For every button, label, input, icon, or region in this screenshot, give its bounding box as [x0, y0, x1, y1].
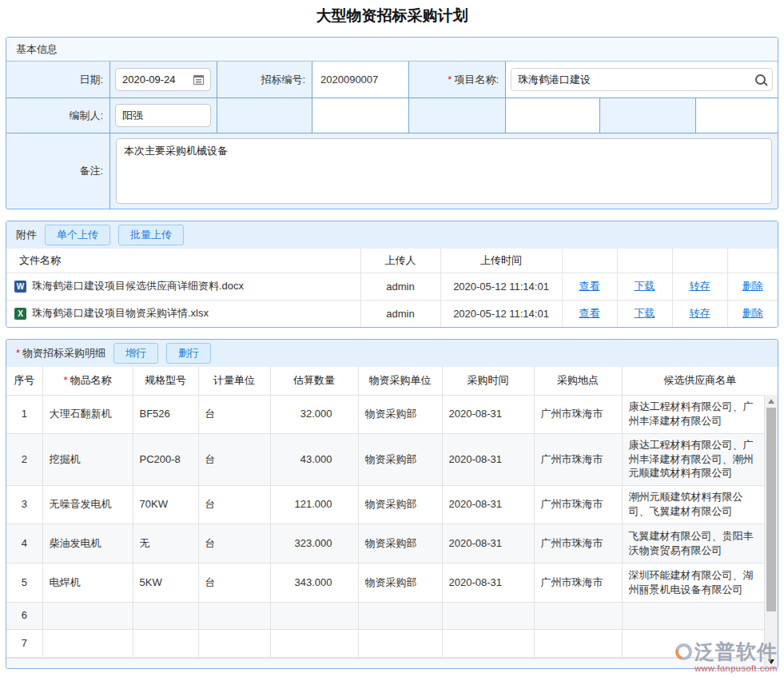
detail-row[interactable]: 4 柴油发电机 无 台 323.000 物资采购部 2020-08-31 广州市…	[6, 524, 778, 563]
delete-link[interactable]: 删除	[742, 280, 763, 292]
detail-row[interactable]: 6	[6, 602, 778, 629]
word-file-icon: W	[14, 281, 26, 293]
purchase-time: 2020-08-31	[442, 433, 534, 485]
calendar-icon[interactable]	[193, 75, 204, 85]
suppliers: 飞翼建材有限公司、贵阳丰沃物资贸易有限公司	[622, 524, 778, 563]
compiler-cell: 阳强	[110, 98, 217, 133]
date-input[interactable]: 2020-09-24	[115, 68, 211, 91]
qty	[270, 629, 358, 657]
detail-header-row: 序号 *物品名称 规格型号 计量单位 估算数量 物资采购单位 采购时间 采购地点…	[6, 367, 778, 395]
upload-time: 2020-05-12 11:14:01	[440, 300, 562, 327]
model	[133, 629, 198, 657]
col-item-name: *物品名称	[42, 367, 133, 395]
view-link[interactable]: 查看	[579, 307, 600, 319]
seq: 2	[6, 433, 42, 485]
col-qty: 估算数量	[270, 367, 358, 395]
col-purchase-place: 采购地点	[534, 367, 622, 395]
scrollbar-thumb[interactable]	[766, 408, 776, 611]
page-title: 大型物资招标采购计划	[0, 0, 784, 37]
uploader: admin	[360, 273, 440, 300]
item-name: 无噪音发电机	[42, 485, 133, 524]
item-name: 挖掘机	[42, 433, 133, 485]
basic-info-header: 基本信息	[6, 38, 778, 62]
basic-info-grid: 日期: 2020-09-24 招标编号: 2020090007 * 项目名称: …	[6, 62, 778, 209]
transfer-link[interactable]: 转存	[690, 307, 710, 319]
required-asterisk: *	[16, 347, 20, 359]
search-icon[interactable]	[755, 74, 766, 85]
purchase-place: 广州市珠海市	[534, 395, 622, 433]
purchase-dept: 物资采购部	[358, 563, 442, 602]
seq: 3	[6, 485, 42, 524]
add-row-button[interactable]: 增行	[113, 343, 158, 364]
item-name: 大理石翻新机	[42, 395, 133, 433]
unit: 台	[198, 524, 270, 563]
qty	[270, 602, 358, 629]
purchase-dept	[358, 629, 442, 657]
model: BF526	[133, 395, 198, 433]
transfer-link[interactable]: 转存	[690, 280, 710, 292]
file-name: 珠海鹤港口建设项目物资采购详情.xlsx	[32, 306, 209, 321]
purchase-time: 2020-08-31	[442, 485, 534, 524]
detail-row[interactable]: 7	[6, 629, 778, 657]
bid-no-value: 2020090007	[312, 62, 408, 98]
required-asterisk: *	[63, 374, 67, 386]
qty: 121.000	[270, 485, 358, 524]
remark-textarea[interactable]: 本次主要采购机械设备	[116, 138, 772, 204]
purchase-place: 广州市珠海市	[534, 433, 622, 485]
delete-link[interactable]: 删除	[742, 307, 763, 319]
empty-cell	[506, 98, 599, 133]
detail-table-scrollbar[interactable]	[764, 395, 778, 668]
purchase-dept: 物资采购部	[358, 524, 442, 563]
col-model: 规格型号	[133, 367, 198, 395]
date-label: 日期:	[6, 62, 109, 98]
attachments-header: 附件 单个上传 批量上传	[6, 221, 778, 249]
detail-row[interactable]: 2 挖掘机 PC200-8 台 43.000 物资采购部 2020-08-31 …	[6, 433, 778, 485]
delete-row-button[interactable]: 删行	[166, 343, 211, 364]
suppliers: 康达工程材料有限公司、广州丰泽建材有限公司、潮州元顺建筑材料有限公司	[622, 433, 778, 485]
qty: 323.000	[270, 524, 358, 563]
scroll-up-icon[interactable]	[768, 399, 774, 404]
download-link[interactable]: 下载	[635, 280, 655, 292]
remark-cell: 本次主要采购机械设备	[110, 133, 778, 209]
batch-upload-button[interactable]: 批量上传	[118, 225, 184, 245]
purchase-place: 广州市珠海市	[534, 524, 622, 563]
qty: 32.000	[270, 395, 358, 433]
unit: 台	[198, 563, 270, 602]
attachments-table: 文件名称 上传人 上传时间 W 珠海鹤港口建设项目候选供应商详细资料.docx …	[6, 249, 778, 327]
seq: 1	[6, 395, 42, 433]
detail-header: *物资招标采购明细 增行 删行	[6, 340, 778, 367]
watermark-brand: 泛普软件	[694, 639, 778, 665]
col-action	[672, 249, 727, 273]
compiler-input[interactable]: 阳强	[115, 104, 211, 127]
qty: 343.000	[270, 563, 358, 602]
purchase-place: 广州市珠海市	[534, 485, 622, 524]
purchase-time: 2020-08-31	[442, 395, 534, 433]
single-upload-button[interactable]: 单个上传	[45, 225, 110, 245]
unit	[198, 602, 270, 629]
attachment-row: W 珠海鹤港口建设项目候选供应商详细资料.docx admin 2020-05-…	[6, 273, 778, 300]
detail-row[interactable]: 5 电焊机 5KW 台 343.000 物资采购部 2020-08-31 广州市…	[6, 563, 778, 602]
file-name: 珠海鹤港口建设项目候选供应商详细资料.docx	[32, 279, 244, 293]
purchase-place	[534, 602, 622, 629]
col-purchase-time: 采购时间	[442, 367, 534, 395]
item-name: 电焊机	[42, 563, 133, 602]
attachments-header-row: 文件名称 上传人 上传时间	[6, 249, 778, 273]
detail-row[interactable]: 1 大理石翻新机 BF526 台 32.000 物资采购部 2020-08-31…	[6, 395, 778, 433]
view-link[interactable]: 查看	[579, 280, 600, 292]
upload-time: 2020-05-12 11:14:01	[440, 273, 562, 300]
detail-row[interactable]: 3 无噪音发电机 70KW 台 121.000 物资采购部 2020-08-31…	[6, 485, 778, 524]
col-file-name: 文件名称	[6, 249, 360, 273]
project-name-input[interactable]: 珠海鹤港口建设	[511, 68, 773, 91]
date-cell: 2020-09-24	[110, 62, 217, 98]
suppliers: 康达工程材料有限公司、广州丰泽建材有限公司	[622, 395, 778, 433]
purchase-time: 2020-08-31	[442, 524, 534, 563]
item-name	[42, 629, 133, 657]
compiler-value: 阳强	[122, 109, 143, 123]
qty: 43.000	[270, 433, 358, 485]
download-link[interactable]: 下载	[635, 307, 655, 319]
purchase-time	[442, 629, 534, 657]
seq: 4	[6, 524, 42, 563]
col-purchase-dept: 物资采购单位	[358, 367, 442, 395]
purchase-dept: 物资采购部	[358, 433, 442, 485]
col-action	[617, 249, 672, 273]
